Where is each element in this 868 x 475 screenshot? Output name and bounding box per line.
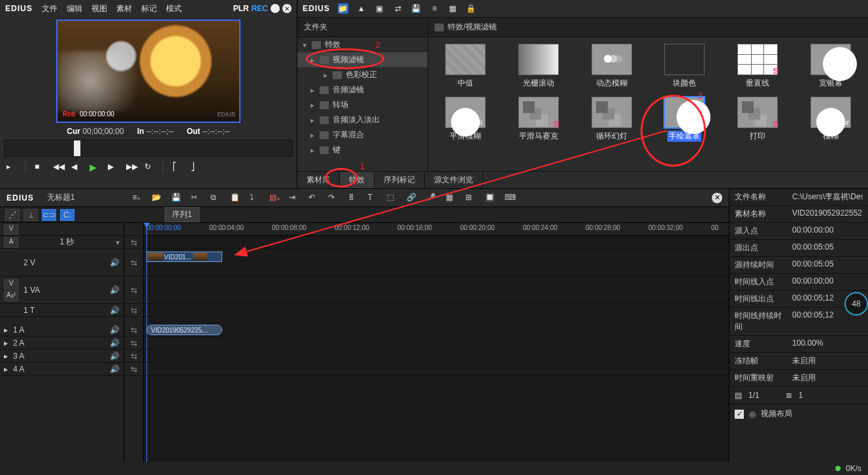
goto-start-icon[interactable]: ▸ [7, 162, 16, 171]
track-2a[interactable]: ▸2 A🔊 [0, 336, 124, 350]
tree-item-音频滤镜[interactable]: ▸音频滤镜 [297, 82, 427, 97]
track-2v[interactable]: 2 V🔊 [0, 249, 124, 276]
track-4a[interactable]: ▸4 A🔊 [0, 363, 124, 376]
stop-icon[interactable]: ■ [35, 162, 44, 171]
forward-icon[interactable]: ▶▶ [126, 162, 135, 171]
mode-normal[interactable]: ⋰ [5, 209, 20, 221]
mic-icon[interactable]: 🎤 [426, 193, 437, 203]
paste-insert-icon[interactable]: ⤵ [250, 193, 260, 203]
play-icon[interactable]: ▶ [90, 162, 99, 171]
folder-open-icon[interactable]: 📁 [338, 3, 348, 14]
tree-item-字幕混合[interactable]: ▸字幕混合 [297, 127, 427, 142]
menu-marker[interactable]: 标记 [141, 3, 157, 14]
tree-item-转场[interactable]: ▸转场 [297, 97, 427, 112]
effect-打印[interactable]: S打印 [727, 97, 788, 142]
render-icon[interactable]: ▦ [446, 193, 456, 203]
mixer-icon[interactable]: 🎚 [348, 193, 358, 203]
add-icon[interactable]: ▲ [356, 3, 367, 14]
effect-模糊[interactable]: 模糊 [800, 97, 861, 142]
paste-icon[interactable]: 📋 [230, 193, 241, 203]
effect-手绘遮罩[interactable]: 手绘遮罩 [654, 97, 716, 142]
lock-icon[interactable]: 🔒 [466, 3, 476, 14]
mode-multicam[interactable]: ⊂⊃ [42, 209, 56, 221]
tab-特效[interactable]: 特效 [340, 172, 375, 188]
v-btn[interactable]: V [4, 224, 18, 235]
menu-mode[interactable]: 模式 [166, 3, 182, 14]
effects-tree: 文件夹 ▾特效 ▸视频滤镜▸色彩校正▸音频滤镜▸转场▸音频淡入淡出▸字幕混合▸键 [297, 18, 428, 171]
tab-源文件浏览[interactable]: 源文件浏览 [425, 172, 483, 188]
checkbox-icon[interactable]: ✓ [735, 410, 744, 419]
scrub-head[interactable] [74, 140, 80, 156]
effect-光栅滚动[interactable]: 光栅滚动 [508, 44, 569, 89]
effect-块颜色[interactable]: 块颜色 [654, 44, 716, 89]
timeline-canvas[interactable]: 00:00:00;0000:00:04;0000:00:08;0000:00:1… [144, 223, 729, 475]
redo-icon[interactable]: ↷ [328, 193, 339, 203]
audio-clip[interactable]: VID20190529225... [146, 325, 222, 335]
sequence-tab[interactable]: 序列1 [165, 207, 199, 222]
tree-item-音频淡入淡出[interactable]: ▸音频淡入淡出 [297, 112, 427, 127]
speaker-icon[interactable]: 🔊 [110, 258, 120, 267]
target-icon: ◎ [749, 410, 756, 419]
effect-平滑马赛克[interactable]: S平滑马赛克 [508, 97, 569, 142]
video-layout-toggle[interactable]: ✓ ◎ 视频布局 [729, 404, 868, 423]
minimize-icon[interactable] [271, 4, 280, 13]
close-icon[interactable]: ✕ [282, 4, 292, 13]
video-clip[interactable]: VID201... [146, 252, 222, 262]
layers-icon[interactable]: ▣ [375, 3, 385, 14]
set-in-icon[interactable]: ⎡ [173, 162, 182, 171]
new-icon[interactable]: ≡₊ [132, 193, 142, 203]
menu-view[interactable]: 视图 [92, 3, 107, 14]
a-btn[interactable]: A [4, 237, 18, 248]
undo-icon[interactable]: ↶ [309, 193, 319, 203]
speaker-icon[interactable]: 🔊 [110, 286, 120, 295]
chevron-down-icon[interactable]: ▾ [116, 238, 120, 247]
mode-trim[interactable]: ⟂ [24, 209, 38, 221]
timeline-ruler[interactable]: 00:00:00;0000:00:04;0000:00:08;0000:00:1… [144, 223, 729, 236]
fx-mixer-icon[interactable]: ⇄ [393, 3, 403, 14]
tab-序列标记[interactable]: 序列标记 [375, 172, 425, 188]
effect-循环幻灯[interactable]: 循环幻灯 [581, 97, 643, 142]
scrub-bar[interactable] [4, 140, 293, 157]
transition-icon[interactable]: ⬚ [387, 193, 397, 203]
effect-动态模糊[interactable]: 动态模糊 [581, 44, 643, 89]
menu-file[interactable]: 文件 [42, 3, 58, 14]
effect-宽银幕[interactable]: S宽银幕 [800, 44, 861, 89]
set-out-icon[interactable]: ⎦ [191, 162, 200, 171]
zoom-icon[interactable]: 🔲 [485, 193, 495, 203]
save-icon[interactable]: 💾 [411, 3, 422, 14]
track-3a[interactable]: ▸3 A🔊 [0, 350, 124, 363]
copy-icon[interactable]: ⧉ [210, 193, 221, 203]
track-1va[interactable]: V A₂¹ 1 VA🔊 [0, 276, 124, 304]
next-frame-icon[interactable]: ▶ [108, 162, 117, 171]
tree-root[interactable]: ▾特效 [297, 37, 427, 52]
prev-frame-icon[interactable]: ◀ [71, 162, 80, 171]
save-icon[interactable]: 💾 [171, 193, 182, 203]
tree-item-视频滤镜[interactable]: ▸视频滤镜 [297, 52, 427, 67]
track-1a[interactable]: ▸1 A🔊 [0, 323, 124, 336]
mode-edit[interactable]: C: [60, 209, 75, 221]
ripple-icon[interactable]: ⇥ [289, 193, 299, 203]
tree-item-色彩校正[interactable]: ▸色彩校正 [297, 67, 427, 82]
effect-平滑模糊[interactable]: 平滑模糊 [435, 97, 496, 142]
track-1t[interactable]: 1 T🔊 [0, 304, 124, 317]
link-icon[interactable]: 🔗 [407, 193, 417, 203]
menu-clip[interactable]: 素材 [116, 3, 132, 14]
list-icon[interactable]: ≡ [429, 3, 440, 14]
effect-中值[interactable]: 中值 [435, 44, 496, 89]
rewind-icon[interactable]: ◀◀ [53, 162, 62, 171]
open-icon[interactable]: 📂 [152, 193, 162, 203]
keyboard-icon[interactable]: ⌨ [505, 193, 515, 203]
snap-icon[interactable]: ⊞ [465, 193, 476, 203]
tree-item-键[interactable]: ▸键 [297, 142, 427, 157]
delete-icon[interactable]: ▤ₓ [269, 193, 280, 203]
tab-素材库[interactable]: 素材库 [297, 172, 340, 188]
effects-grid: 中值光栅滚动动态模糊块颜色S垂直线S宽银幕平滑模糊S平滑马赛克循环幻灯手绘遮罩S… [428, 37, 868, 171]
grid-view-icon[interactable]: ▦ [448, 3, 458, 14]
loop-icon[interactable]: ↻ [144, 162, 154, 171]
title-icon[interactable]: T [367, 193, 378, 203]
effect-垂直线[interactable]: S垂直线 [727, 44, 788, 89]
close-panel-icon[interactable]: ✕ [712, 193, 722, 203]
cut-icon[interactable]: ✂ [191, 193, 201, 203]
video-preview[interactable]: Rcd 00:00:00:00 EDIUS [56, 20, 241, 123]
menu-edit[interactable]: 编辑 [67, 3, 82, 14]
